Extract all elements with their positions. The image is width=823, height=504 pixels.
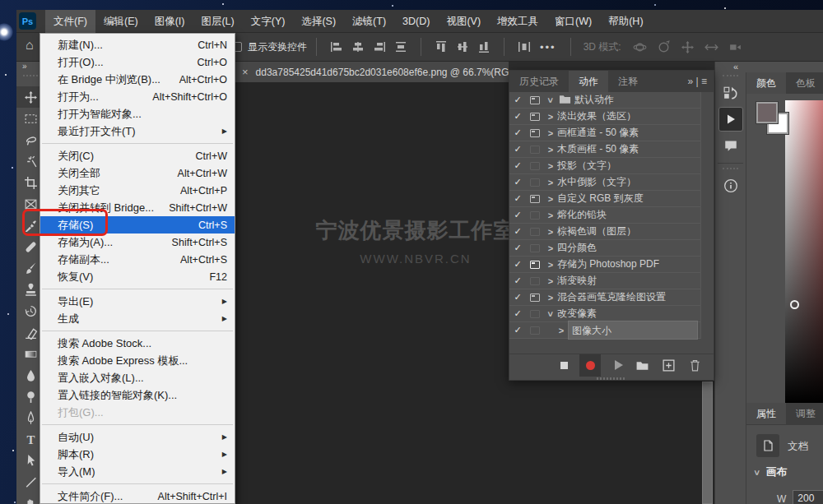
action-enabled-check-icon[interactable]: ✓ [509, 177, 526, 187]
canvas-section-header[interactable]: > 画布 [751, 465, 787, 479]
expand-chevron-icon[interactable]: > [544, 293, 557, 303]
width-input[interactable]: 200 [793, 490, 823, 504]
align-top-icon[interactable] [435, 40, 448, 53]
vertical-scrollbar[interactable] [702, 381, 713, 504]
actions-panel-icon[interactable] [715, 106, 746, 132]
action-row[interactable]: ✓>棕褐色调（图层） [509, 224, 700, 240]
file-menu-item[interactable]: 关闭全部Alt+Ctrl+W [40, 164, 235, 182]
expand-chevron-icon[interactable]: > [546, 307, 556, 321]
action-row[interactable]: ✓>投影（文字） [509, 158, 700, 174]
action-row[interactable]: ✓>熔化的铅块 [509, 207, 700, 224]
action-row[interactable]: ✓>四分颜色 [509, 240, 700, 257]
action-dialog-toggle[interactable] [526, 326, 544, 335]
menu-item-2[interactable]: 图像(I) [146, 10, 193, 33]
action-row[interactable]: ✓>自定义 RGB 到灰度 [509, 191, 700, 207]
action-dialog-toggle[interactable] [526, 162, 544, 170]
action-enabled-check-icon[interactable]: ✓ [509, 325, 526, 335]
file-menu-item[interactable]: 存储为(A)...Shift+Ctrl+S [40, 234, 235, 251]
history-panel-icon[interactable] [715, 80, 746, 106]
action-enabled-check-icon[interactable]: ✓ [509, 275, 526, 286]
action-enabled-check-icon[interactable]: ✓ [509, 160, 526, 171]
menu-item-11[interactable]: 帮助(H) [600, 10, 651, 33]
tab-properties[interactable]: 属性 [746, 403, 786, 424]
expand-chevron-icon[interactable]: > [555, 326, 568, 335]
action-row[interactable]: ✓>木质画框 - 50 像素 [509, 141, 700, 158]
file-menu-item[interactable]: 导入(M)▶ [40, 463, 235, 480]
file-menu-item[interactable]: 生成▶ [40, 310, 235, 327]
menu-item-5[interactable]: 选择(S) [293, 10, 344, 33]
expand-chevron-icon[interactable]: > [544, 210, 557, 220]
distribute-vertical-icon[interactable] [394, 40, 407, 53]
file-menu-item[interactable]: 恢复(V)F12 [40, 268, 235, 285]
distribute-horizontal-icon[interactable] [518, 40, 531, 53]
action-enabled-check-icon[interactable]: ✓ [509, 95, 526, 105]
3d-roll-icon[interactable] [657, 40, 671, 54]
panel-menu-icon[interactable]: ≡ [701, 76, 707, 87]
file-menu-item[interactable]: 文件简介(F)...Alt+Shift+Ctrl+I [40, 488, 235, 504]
action-dialog-toggle[interactable] [526, 261, 544, 269]
tab-color[interactable]: 颜色 [746, 72, 786, 94]
action-dialog-toggle[interactable] [526, 211, 544, 220]
document-tab[interactable]: × dd3a785425d41d675bc2d031e608ef6e.png @… [235, 62, 509, 82]
file-menu-item[interactable]: 打开为智能对象... [40, 105, 235, 123]
action-enabled-check-icon[interactable]: ✓ [509, 144, 526, 155]
play-button[interactable] [615, 360, 623, 370]
info-panel-icon[interactable] [715, 173, 746, 199]
expand-chevron-icon[interactable]: > [544, 178, 557, 187]
menu-item-3[interactable]: 图层(L) [193, 10, 242, 33]
file-menu-item[interactable]: 置入嵌入对象(L)... [40, 369, 235, 386]
file-menu-item[interactable]: 搜索 Adobe Stock... [40, 335, 235, 352]
file-menu-item[interactable]: 置入链接的智能对象(K)... [40, 386, 235, 404]
file-menu-item[interactable]: 自动(U)▶ [40, 428, 235, 446]
action-row[interactable]: ✓>默认动作 [509, 92, 700, 109]
menu-item-9[interactable]: 增效工具 [489, 10, 546, 33]
menu-item-10[interactable]: 窗口(W) [546, 10, 600, 33]
action-dialog-toggle[interactable] [526, 277, 544, 285]
align-left-icon[interactable] [330, 40, 343, 53]
expand-chevron-icon[interactable]: > [544, 260, 557, 270]
file-menu-item[interactable]: 打开(O)...Ctrl+O [40, 53, 235, 71]
tab-adjustments[interactable]: 调整 [786, 403, 823, 424]
file-menu-item[interactable]: 关闭其它Alt+Ctrl+P [40, 182, 235, 199]
close-tab-icon[interactable]: × [242, 66, 249, 78]
color-picker-field[interactable] [785, 100, 823, 403]
action-dialog-toggle[interactable] [526, 113, 544, 121]
action-row[interactable]: ✓>图像大小 [509, 322, 700, 339]
menu-item-8[interactable]: 视图(V) [438, 10, 489, 33]
menu-item-0[interactable]: 文件(F) [45, 10, 95, 33]
tab-history[interactable]: 历史记录 [509, 71, 569, 92]
stop-button[interactable] [560, 362, 568, 369]
file-menu-item[interactable]: 关闭(C)Ctrl+W [40, 147, 235, 164]
action-row[interactable]: ✓>水中倒影（文字） [509, 174, 700, 191]
panel-collapse-icon[interactable]: » [688, 76, 694, 87]
expand-chevron-icon[interactable]: > [544, 145, 557, 155]
action-enabled-check-icon[interactable]: ✓ [509, 292, 526, 303]
action-row[interactable]: ✓>改变像素 [509, 306, 700, 322]
align-center-vertical-icon[interactable] [456, 40, 469, 53]
action-dialog-toggle[interactable] [526, 96, 544, 104]
new-set-folder-icon[interactable] [635, 358, 649, 372]
action-dialog-toggle[interactable] [526, 195, 544, 203]
3d-pan-icon[interactable] [681, 40, 695, 54]
panel-resize-grip[interactable] [597, 377, 626, 380]
action-enabled-check-icon[interactable]: ✓ [509, 210, 526, 220]
more-options-icon[interactable]: ••• [540, 41, 556, 53]
action-enabled-check-icon[interactable]: ✓ [509, 226, 526, 237]
record-button[interactable] [579, 354, 601, 377]
action-row[interactable]: ✓>画框通道 - 50 像素 [509, 125, 700, 141]
action-row[interactable]: ✓>淡出效果（选区） [509, 109, 700, 125]
expand-chevron-icon[interactable]: > [544, 227, 557, 237]
expand-chevron-icon[interactable]: > [546, 94, 556, 107]
menu-item-1[interactable]: 编辑(E) [95, 10, 146, 33]
tab-swatches[interactable]: 色板 [786, 72, 823, 94]
3d-orbit-icon[interactable] [633, 40, 647, 54]
toolbar-grip[interactable] [23, 75, 38, 81]
3d-slide-icon[interactable] [704, 40, 718, 54]
delete-icon[interactable] [688, 358, 702, 372]
tab-notes[interactable]: 注释 [608, 71, 648, 92]
expand-chevron-icon[interactable]: > [544, 128, 557, 138]
expand-chevron-icon[interactable]: > [544, 194, 557, 204]
foreground-color-swatch[interactable] [756, 102, 778, 123]
menu-item-7[interactable]: 3D(D) [394, 10, 438, 33]
action-enabled-check-icon[interactable]: ✓ [509, 127, 526, 138]
